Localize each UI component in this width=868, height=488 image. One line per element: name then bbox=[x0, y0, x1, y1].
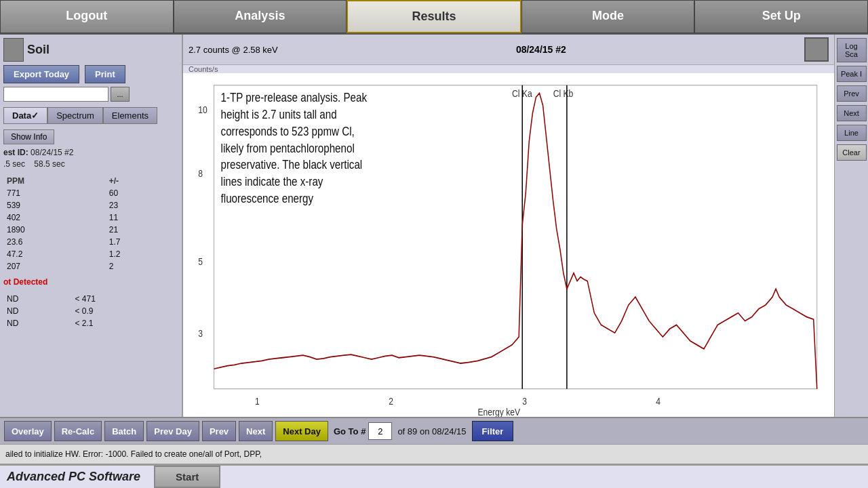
prev-button[interactable]: Prev bbox=[202, 421, 236, 441]
svg-text:2: 2 bbox=[389, 396, 393, 407]
table-row: 23.61.7 bbox=[5, 237, 177, 247]
svg-text:3: 3 bbox=[198, 328, 203, 339]
table-row: 189021 bbox=[5, 224, 177, 235]
error-bar: ailed to initialize HW. Error: -1000. Fa… bbox=[0, 444, 868, 464]
nd-row: ND< 471 bbox=[5, 293, 177, 304]
duration-value: 58.5 sec bbox=[34, 159, 64, 169]
search-button[interactable]: ... bbox=[111, 87, 130, 102]
peak-id-button[interactable]: Peak I bbox=[837, 66, 867, 82]
nd-row: ND< 0.9 bbox=[5, 306, 177, 317]
col-pm: +/- bbox=[107, 176, 177, 186]
tab-spectrum[interactable]: Spectrum bbox=[47, 107, 103, 124]
nd-table: ND< 471ND< 0.9ND< 2.1 bbox=[3, 292, 178, 330]
analysis-button[interactable]: Analysis bbox=[174, 0, 347, 33]
table-row: 77160 bbox=[5, 188, 177, 199]
spectrum-svg: 10 8 5 3 1 2 3 4 Energy keV Cl Ka Cl Kb bbox=[183, 73, 834, 417]
next-button-right[interactable]: Next bbox=[837, 105, 867, 121]
footer-title: Advanced PC Software bbox=[7, 470, 140, 484]
svg-text:5: 5 bbox=[198, 256, 203, 267]
export-today-button[interactable]: Export Today bbox=[3, 65, 79, 83]
counts-label: Counts/s bbox=[183, 65, 834, 73]
search-row: ... bbox=[3, 87, 178, 102]
tab-row: Data✓ Spectrum Elements bbox=[3, 107, 178, 124]
soil-title: Soil bbox=[27, 43, 50, 57]
print-button[interactable]: Print bbox=[85, 65, 125, 83]
test-id-label: est ID: bbox=[3, 148, 28, 157]
footer: Advanced PC Software Start bbox=[0, 464, 868, 488]
export-row: Export Today Print bbox=[3, 65, 178, 83]
table-row: 2072 bbox=[5, 261, 177, 272]
table-row: 40211 bbox=[5, 212, 177, 223]
duration-row: .5 sec 58.5 sec bbox=[3, 159, 178, 169]
svg-text:8: 8 bbox=[198, 168, 203, 179]
chart-svg-area: 10 8 5 3 1 2 3 4 Energy keV Cl Ka Cl Kb bbox=[183, 73, 834, 417]
nd-row: ND< 2.1 bbox=[5, 318, 177, 329]
bottom-navigation-bar: Overlay Re-Calc Batch Prev Day Prev Next… bbox=[0, 417, 868, 444]
overlay-button[interactable]: Overlay bbox=[4, 421, 52, 441]
data-table: PPM +/- 77160539234021118902123.61.747.2… bbox=[3, 174, 178, 273]
chart-top-bar: 2.7 counts @ 2.58 keV 08/24/15 #2 bbox=[183, 35, 834, 65]
results-button[interactable]: Results bbox=[347, 0, 521, 33]
show-info-button[interactable]: Show Info bbox=[3, 129, 54, 144]
time-label: .5 sec bbox=[3, 159, 25, 169]
tab-elements[interactable]: Elements bbox=[103, 107, 157, 124]
goto-label: Go To # bbox=[334, 426, 366, 436]
top-navigation: Logout Analysis Results Mode Set Up bbox=[0, 0, 868, 35]
svg-text:Cl Kb: Cl Kb bbox=[553, 88, 574, 99]
batch-button[interactable]: Batch bbox=[104, 421, 144, 441]
start-button[interactable]: Start bbox=[154, 466, 220, 488]
not-detected-header: ot Detected bbox=[3, 277, 178, 287]
next-button[interactable]: Next bbox=[239, 421, 273, 441]
chart-title: 08/24/15 #2 bbox=[516, 44, 566, 55]
table-row: 47.21.2 bbox=[5, 249, 177, 260]
setup-button[interactable]: Set Up bbox=[694, 0, 868, 33]
svg-text:10: 10 bbox=[198, 104, 207, 115]
next-day-button[interactable]: Next Day bbox=[275, 421, 328, 441]
svg-text:Energy keV: Energy keV bbox=[478, 407, 521, 417]
prev-button-right[interactable]: Prev bbox=[837, 85, 867, 102]
logout-button[interactable]: Logout bbox=[0, 0, 174, 33]
search-input[interactable] bbox=[3, 87, 108, 102]
left-panel: Soil Export Today Print ... Data✓ Spectr… bbox=[0, 35, 183, 417]
test-id-value: 08/24/15 #2 bbox=[31, 148, 73, 157]
line-button[interactable]: Line bbox=[837, 125, 867, 141]
col-ppm: PPM bbox=[5, 176, 106, 186]
svg-text:1: 1 bbox=[255, 396, 260, 407]
goto-input[interactable] bbox=[368, 422, 392, 440]
svg-text:4: 4 bbox=[656, 396, 660, 407]
avatar bbox=[3, 38, 24, 62]
mode-button[interactable]: Mode bbox=[521, 0, 695, 33]
chart-nav-icon[interactable] bbox=[804, 37, 829, 62]
chart-wrapper: 2.7 counts @ 2.58 keV 08/24/15 #2 Counts… bbox=[183, 35, 834, 417]
filter-button[interactable]: Filter bbox=[472, 421, 514, 441]
table-row: 53923 bbox=[5, 200, 177, 211]
svg-text:3: 3 bbox=[522, 396, 527, 407]
left-header: Soil bbox=[3, 38, 178, 62]
log-scale-button[interactable]: Log Sca bbox=[837, 38, 867, 62]
of-text: of 89 on 08/24/15 bbox=[397, 426, 466, 436]
tab-data[interactable]: Data✓ bbox=[3, 107, 47, 124]
clear-button[interactable]: Clear bbox=[837, 144, 867, 161]
error-message: ailed to initialize HW. Error: -1000. Fa… bbox=[5, 449, 262, 459]
prev-day-button[interactable]: Prev Day bbox=[146, 421, 199, 441]
right-panel: Log Sca Peak I Prev Next Line Clear bbox=[834, 35, 868, 417]
test-id-row: est ID: 08/24/15 #2 bbox=[3, 148, 178, 157]
recalc-button[interactable]: Re-Calc bbox=[54, 421, 102, 441]
chart-info: 2.7 counts @ 2.58 keV bbox=[189, 45, 278, 55]
